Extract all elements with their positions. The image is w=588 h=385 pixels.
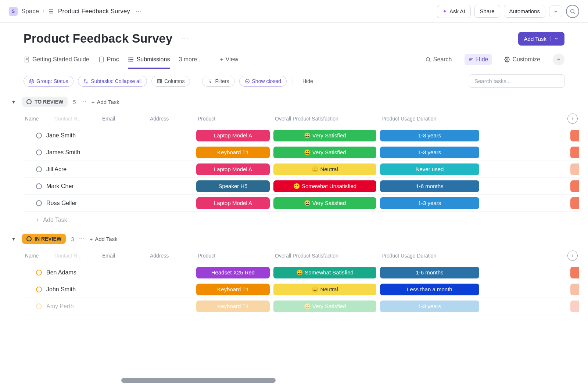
task-status-icon[interactable] bbox=[36, 133, 42, 138]
table-row[interactable]: John Smith Keyboard T1 😐 Neutral Less th… bbox=[24, 281, 579, 298]
search-action[interactable]: Search bbox=[422, 54, 456, 65]
overflow-badge[interactable] bbox=[570, 267, 579, 278]
global-search-icon[interactable] bbox=[566, 5, 579, 18]
product-badge[interactable]: Laptop Model A bbox=[196, 130, 270, 141]
col-satisfaction[interactable]: Overall Product Satisfaction bbox=[273, 116, 380, 122]
satisfaction-badge[interactable]: 😄 Very Satisfied bbox=[273, 301, 376, 312]
product-badge[interactable]: Headset X25 Red bbox=[196, 267, 270, 278]
tab-getting-started[interactable]: Getting Started Guide bbox=[24, 50, 89, 69]
customize-action[interactable]: Customize bbox=[501, 54, 544, 65]
product-badge[interactable]: Speaker H5 bbox=[196, 180, 270, 192]
task-status-icon[interactable] bbox=[36, 200, 42, 206]
group-more-icon[interactable]: ⋯ bbox=[81, 99, 86, 105]
product-badge[interactable]: Laptop Model A bbox=[196, 163, 270, 175]
col-contact[interactable]: Contact N... bbox=[53, 116, 101, 122]
duration-badge[interactable]: Never used bbox=[380, 163, 479, 175]
col-duration[interactable]: Product Usage Duration bbox=[380, 116, 483, 122]
hide-action[interactable]: Hide bbox=[465, 54, 492, 65]
table-row[interactable]: Mark Cher Speaker H5 😕 Somewhat Unsatisf… bbox=[24, 178, 579, 195]
task-status-icon[interactable] bbox=[36, 166, 42, 172]
search-tasks-input[interactable] bbox=[469, 74, 564, 88]
product-badge[interactable]: Keyboard T1 bbox=[196, 284, 270, 295]
col-product[interactable]: Product bbox=[196, 253, 273, 259]
more-dropdown[interactable] bbox=[549, 6, 562, 17]
satisfaction-badge[interactable]: 😐 Neutral bbox=[273, 163, 376, 175]
breadcrumb-more-icon[interactable]: ⋯ bbox=[134, 7, 143, 15]
overflow-badge[interactable] bbox=[570, 284, 579, 295]
task-status-icon[interactable] bbox=[36, 270, 42, 276]
overflow-badge[interactable] bbox=[570, 301, 579, 312]
collapse-toolbar-icon[interactable] bbox=[553, 54, 564, 65]
satisfaction-badge[interactable]: 😄 Very Satisfied bbox=[273, 130, 376, 141]
task-name[interactable]: Jill Acre bbox=[46, 166, 67, 173]
task-status-icon[interactable] bbox=[36, 183, 42, 189]
col-address[interactable]: Address bbox=[148, 253, 196, 259]
product-badge[interactable]: Keyboard T1 bbox=[196, 147, 270, 158]
add-column-icon[interactable]: + bbox=[567, 114, 578, 124]
table-row[interactable]: James Smith Keyboard T1 😄 Very Satisfied… bbox=[24, 144, 579, 161]
task-name[interactable]: Mark Cher bbox=[46, 183, 74, 190]
satisfaction-badge[interactable]: 😐 Neutral bbox=[273, 284, 376, 295]
group-add-task[interactable]: +Add Task bbox=[89, 236, 117, 242]
duration-badge[interactable]: 1-3 years bbox=[380, 301, 479, 312]
satisfaction-badge[interactable]: 😄 Somewhat Satisfied bbox=[273, 267, 376, 278]
breadcrumb-title[interactable]: Product Feedback Survey bbox=[58, 8, 130, 15]
task-status-icon[interactable] bbox=[36, 150, 42, 155]
status-pill[interactable]: IN REVIEW bbox=[22, 234, 66, 244]
show-closed-chip[interactable]: Show closed bbox=[239, 76, 287, 87]
group-more-icon[interactable]: ⋯ bbox=[79, 236, 84, 242]
task-name[interactable]: Jane Smith bbox=[46, 132, 76, 139]
columns-chip[interactable]: Columns bbox=[151, 76, 190, 87]
satisfaction-badge[interactable]: 😄 Very Satisfied bbox=[273, 147, 376, 158]
col-product[interactable]: Product bbox=[196, 116, 273, 122]
overflow-badge[interactable] bbox=[570, 197, 579, 209]
duration-badge[interactable]: 1-3 years bbox=[380, 197, 479, 209]
share-button[interactable]: Share bbox=[474, 5, 500, 18]
add-view-button[interactable]: + View bbox=[220, 56, 239, 63]
tab-proc[interactable]: Proc bbox=[98, 50, 119, 69]
task-status-icon[interactable] bbox=[36, 287, 42, 292]
breadcrumb-space[interactable]: Space bbox=[21, 8, 39, 15]
col-email[interactable]: Email bbox=[101, 253, 148, 259]
collapse-caret-icon[interactable]: ▼ bbox=[11, 236, 17, 242]
row-add-task[interactable]: +Add Task bbox=[24, 212, 579, 223]
table-row[interactable]: Jane Smith Laptop Model A 😄 Very Satisfi… bbox=[24, 127, 579, 144]
col-name[interactable]: Name bbox=[24, 116, 53, 122]
duration-badge[interactable]: 1-6 months bbox=[380, 180, 479, 192]
add-column-icon[interactable]: + bbox=[567, 251, 578, 261]
satisfaction-badge[interactable]: 😕 Somewhat Unsatisfied bbox=[273, 180, 376, 192]
task-name[interactable]: Ben Adams bbox=[46, 269, 76, 276]
filters-chip[interactable]: Filters bbox=[202, 76, 234, 87]
overflow-badge[interactable] bbox=[570, 163, 579, 175]
satisfaction-badge[interactable]: 😄 Very Satisfied bbox=[273, 197, 376, 209]
table-row[interactable]: Jill Acre Laptop Model A 😐 Neutral Never… bbox=[24, 161, 579, 178]
table-row[interactable]: Ross Geller Laptop Model A 😄 Very Satisf… bbox=[24, 195, 579, 212]
duration-badge[interactable]: 1-6 months bbox=[380, 267, 479, 278]
overflow-badge[interactable] bbox=[570, 130, 579, 141]
group-chip[interactable]: Group: Status bbox=[24, 76, 74, 87]
col-name[interactable]: Name bbox=[24, 253, 53, 259]
table-row[interactable]: Amy Perth Keyboard T1 😄 Very Satisfied 1… bbox=[24, 298, 579, 315]
duration-badge[interactable]: Less than a month bbox=[380, 284, 479, 295]
col-contact[interactable]: Contact N... bbox=[53, 253, 101, 259]
task-name[interactable]: James Smith bbox=[46, 149, 80, 156]
collapse-caret-icon[interactable]: ▼ bbox=[11, 99, 17, 105]
hide-link[interactable]: Hide bbox=[299, 76, 317, 86]
tab-more[interactable]: 3 more... bbox=[179, 50, 202, 69]
page-more-icon[interactable]: ⋯ bbox=[181, 34, 189, 43]
duration-badge[interactable]: 1-3 years bbox=[380, 130, 479, 141]
task-name[interactable]: Amy Perth bbox=[46, 303, 74, 310]
tab-submissions[interactable]: Submissions bbox=[128, 50, 170, 69]
subtasks-chip[interactable]: Subtasks: Collapse all bbox=[78, 76, 147, 87]
duration-badge[interactable]: 1-3 years bbox=[380, 147, 479, 158]
col-email[interactable]: Email bbox=[101, 116, 148, 122]
space-icon[interactable]: S bbox=[9, 7, 18, 16]
product-badge[interactable]: Laptop Model A bbox=[196, 197, 270, 209]
col-address[interactable]: Address bbox=[148, 116, 196, 122]
status-pill[interactable]: TO REVIEW bbox=[22, 97, 68, 107]
col-duration[interactable]: Product Usage Duration bbox=[380, 253, 483, 259]
automations-button[interactable]: Automations bbox=[504, 5, 545, 18]
overflow-badge[interactable] bbox=[570, 180, 579, 192]
ask-ai-button[interactable]: ✦ Ask AI bbox=[437, 5, 471, 18]
task-status-icon[interactable] bbox=[36, 303, 42, 309]
